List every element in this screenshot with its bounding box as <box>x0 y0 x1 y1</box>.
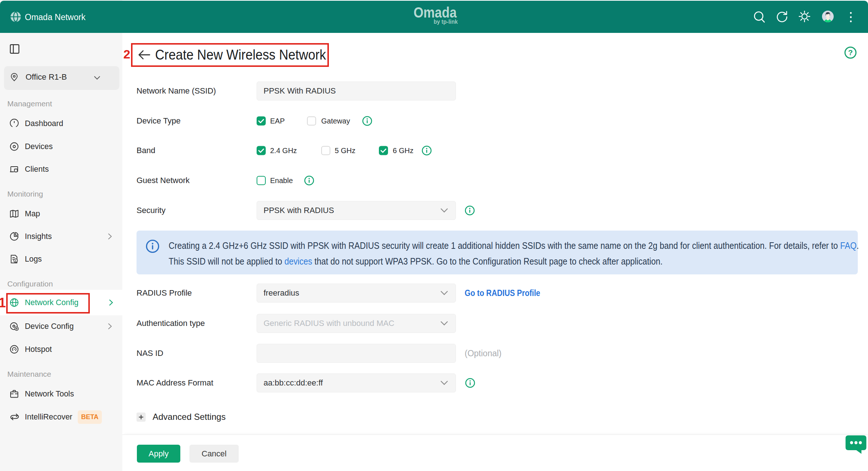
svg-text:?: ? <box>848 48 853 57</box>
